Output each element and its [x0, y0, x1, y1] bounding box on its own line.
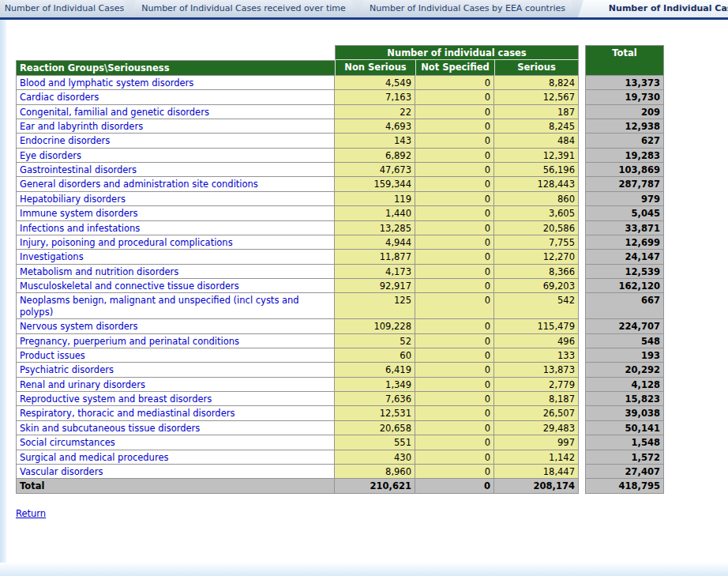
column-gap: [579, 163, 585, 177]
reaction-group-link[interactable]: Skin and subcutaneous tissue disorders: [16, 421, 335, 435]
not-specified-cell: 0: [415, 235, 494, 250]
serious-cell: 26,507: [494, 406, 579, 420]
row-total-cell: 162,120: [585, 279, 664, 293]
non-serious-cell: 1,349: [335, 378, 415, 392]
serious-cell: 542: [494, 293, 579, 319]
row-total-cell: 33,871: [585, 221, 664, 235]
table-row: Eye disorders6,892012,39119,283: [16, 149, 664, 163]
reaction-group-link[interactable]: Cardiac disorders: [16, 90, 335, 104]
not-specified-cell: 0: [415, 319, 494, 333]
non-serious-cell: 8,960: [335, 465, 415, 479]
reaction-group-link[interactable]: Gastrointestinal disorders: [16, 163, 335, 177]
table-row: General disorders and administration sit…: [16, 177, 664, 191]
not-specified-cell: 0: [415, 378, 494, 392]
reaction-group-link[interactable]: Product issues: [16, 348, 335, 363]
reaction-group-link[interactable]: Congenital, familial and genetic disorde…: [16, 105, 335, 119]
not-specified-cell: 0: [415, 348, 494, 363]
table-row: Immune system disorders1,44003,6055,045: [16, 206, 664, 220]
row-total-cell: 1,548: [585, 435, 664, 450]
reaction-group-link[interactable]: Injury, poisoning and procedural complic…: [16, 235, 335, 250]
not-specified-cell: 0: [415, 465, 494, 479]
row-total-cell: 27,407: [585, 465, 664, 479]
tab-number-of-individual-cases[interactable]: Number of Individual Cases: [0, 0, 129, 17]
reaction-group-link[interactable]: Musculoskeletal and connective tissue di…: [16, 279, 335, 293]
row-total-cell: 548: [585, 334, 664, 348]
reaction-group-link[interactable]: Respiratory, thoracic and mediastinal di…: [16, 406, 335, 420]
tab-cases-active[interactable]: Number of Individual Cases b: [578, 0, 728, 17]
reaction-group-link[interactable]: Eye disorders: [16, 149, 335, 163]
column-gap: [579, 465, 585, 479]
column-gap: [579, 334, 585, 348]
not-specified-cell: 0: [415, 334, 494, 348]
total-non-serious-cell: 210,621: [335, 479, 415, 493]
return-link[interactable]: Return: [16, 508, 46, 519]
not-specified-cell: 0: [415, 421, 494, 435]
not-specified-cell: 0: [415, 90, 494, 104]
serious-cell: 29,483: [494, 421, 579, 435]
reaction-group-link[interactable]: Social circumstances: [16, 435, 335, 450]
table-row: Skin and subcutaneous tissue disorders20…: [16, 421, 664, 435]
non-serious-cell: 159,344: [335, 177, 415, 191]
total-serious-cell: 208,174: [494, 479, 579, 493]
table-row: Cardiac disorders7,163012,56719,730: [16, 90, 664, 104]
row-total-cell: 12,938: [585, 119, 664, 134]
reaction-group-link[interactable]: Ear and labyrinth disorders: [16, 119, 335, 134]
row-total-cell: 287,787: [585, 177, 664, 191]
non-serious-cell: 4,173: [335, 265, 415, 279]
table-row: Congenital, familial and genetic disorde…: [16, 105, 664, 119]
reaction-group-link[interactable]: Investigations: [16, 250, 335, 264]
reaction-group-link[interactable]: Blood and lymphatic system disorders: [16, 76, 335, 90]
non-serious-cell: 1,440: [335, 206, 415, 220]
column-gap: [579, 105, 585, 119]
reaction-group-link[interactable]: General disorders and administration sit…: [16, 177, 335, 191]
reaction-group-link[interactable]: Surgical and medical procedures: [16, 450, 335, 465]
row-total-cell: 979: [585, 192, 664, 206]
column-gap: [579, 76, 585, 90]
header-row-columns: Reaction Groups\Seriousness Non Serious …: [16, 60, 664, 75]
non-serious-cell: 4,944: [335, 235, 415, 250]
column-gap: [579, 250, 585, 264]
row-total-cell: 193: [585, 348, 664, 363]
table-row: Product issues600133193: [16, 348, 664, 363]
reaction-group-link[interactable]: Psychiatric disorders: [16, 363, 335, 377]
row-total-cell: 20,292: [585, 363, 664, 377]
column-gap: [579, 479, 585, 493]
reaction-group-link[interactable]: Reproductive system and breast disorders: [16, 392, 335, 406]
row-total-cell: 24,147: [585, 250, 664, 264]
reaction-group-link[interactable]: Endocrine disorders: [16, 134, 335, 148]
serious-cell: 115,479: [494, 319, 579, 333]
non-serious-cell: 4,693: [335, 119, 415, 134]
not-specified-cell: 0: [415, 177, 494, 191]
row-total-cell: 5,045: [585, 206, 664, 220]
reaction-group-link[interactable]: Metabolism and nutrition disorders: [16, 265, 335, 279]
serious-cell: 18,447: [494, 465, 579, 479]
reaction-group-link[interactable]: Nervous system disorders: [16, 319, 335, 333]
not-specified-cell: 0: [415, 363, 494, 377]
serious-cell: 7,755: [494, 235, 579, 250]
empty-corner-cell: [16, 45, 335, 60]
reaction-group-link[interactable]: Infections and infestations: [16, 221, 335, 235]
table-row: Musculoskeletal and connective tissue di…: [16, 279, 664, 293]
reaction-group-link[interactable]: Immune system disorders: [16, 206, 335, 220]
non-serious-cell: 430: [335, 450, 415, 465]
reaction-group-link[interactable]: Vascular disorders: [16, 465, 335, 479]
non-serious-cell: 7,163: [335, 90, 415, 104]
not-specified-cell: 0: [415, 221, 494, 235]
table-row: Vascular disorders8,960018,44727,407: [16, 465, 664, 479]
tab-cases-by-eea-countries[interactable]: Number of Individual Cases by EEA countr…: [358, 0, 576, 17]
row-total-cell: 50,141: [585, 421, 664, 435]
col-header-not-specified: Not Specified: [415, 60, 494, 75]
reaction-group-link[interactable]: Hepatobiliary disorders: [16, 192, 335, 206]
tab-cases-received-over-time[interactable]: Number of Individual Cases received over…: [130, 0, 357, 17]
row-total-cell: 627: [585, 134, 664, 148]
serious-cell: 1,142: [494, 450, 579, 465]
serious-cell: 20,586: [494, 221, 579, 235]
column-gap: [579, 392, 585, 406]
reaction-group-link[interactable]: Pregnancy, puerperium and perinatal cond…: [16, 334, 335, 348]
column-gap: [579, 235, 585, 250]
column-gap: [579, 293, 585, 319]
serious-cell: 484: [494, 134, 579, 148]
reaction-group-link[interactable]: Renal and urinary disorders: [16, 378, 335, 392]
reaction-group-link[interactable]: Neoplasms benign, malignant and unspecif…: [16, 293, 335, 319]
non-serious-cell: 92,917: [335, 279, 415, 293]
